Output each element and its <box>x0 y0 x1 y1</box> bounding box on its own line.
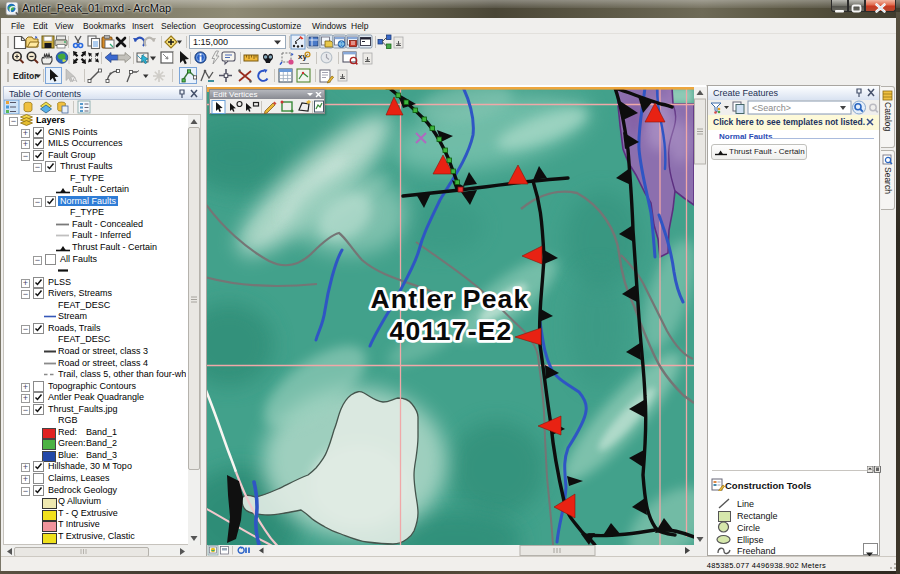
svg-text:Editor: Editor <box>13 71 38 81</box>
svg-text:A: A <box>72 75 78 84</box>
svg-text:1:15,000: 1:15,000 <box>193 37 228 47</box>
svg-text:<Search>: <Search> <box>752 103 791 113</box>
svg-text:40117-E2: 40117-E2 <box>389 316 512 346</box>
svg-text:Antler Peak: Antler Peak <box>370 284 529 314</box>
